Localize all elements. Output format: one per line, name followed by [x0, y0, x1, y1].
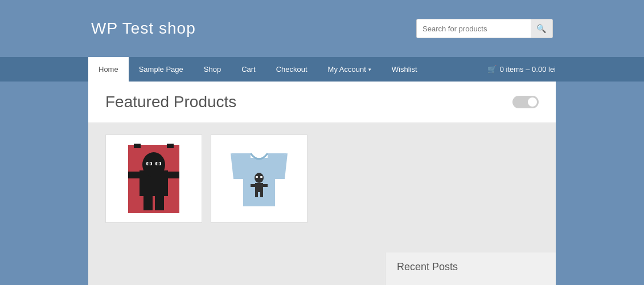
nav-item-cart[interactable]: Cart	[231, 57, 266, 82]
svg-rect-5	[167, 172, 179, 178]
svg-point-10	[157, 162, 160, 165]
content-left	[88, 253, 385, 285]
nav-item-shop[interactable]: Shop	[194, 57, 231, 82]
svg-rect-24	[251, 184, 256, 187]
nav-item-my-account[interactable]: My Account ▾	[318, 57, 382, 82]
svg-rect-11	[134, 144, 141, 148]
products-area	[88, 123, 556, 234]
svg-rect-22	[255, 192, 258, 197]
nav-cart[interactable]: 🛒 0 items – 0.00 lei	[487, 65, 556, 74]
recent-posts-title: Recent Posts	[397, 261, 544, 273]
svg-rect-25	[262, 184, 268, 187]
nav-item-home[interactable]: Home	[88, 57, 129, 82]
toggle-button[interactable]	[512, 96, 539, 108]
svg-rect-21	[255, 183, 263, 192]
svg-rect-20	[260, 176, 262, 178]
svg-rect-4	[128, 172, 141, 178]
search-bar: 🔍	[416, 19, 553, 38]
featured-title: Featured Products	[105, 93, 236, 111]
svg-point-6	[142, 152, 165, 177]
search-button[interactable]: 🔍	[531, 19, 552, 38]
nav-bar: Home Sample Page Shop Cart Checkout My A…	[0, 57, 644, 82]
svg-rect-12	[167, 144, 174, 148]
product-card-2[interactable]	[211, 135, 307, 223]
my-account-chevron-icon: ▾	[368, 67, 371, 72]
svg-point-18	[255, 173, 264, 183]
ninja-poster-svg	[114, 139, 194, 219]
product-image-2	[211, 135, 307, 222]
product-image-1	[106, 135, 202, 222]
cart-count: 0 items – 0.00 lei	[500, 65, 556, 74]
svg-rect-19	[256, 176, 258, 178]
search-input[interactable]	[417, 20, 531, 38]
main-content: Featured Products	[88, 82, 556, 253]
nav-item-sample-page[interactable]: Sample Page	[129, 57, 194, 82]
site-header: WP Test shop 🔍	[0, 0, 644, 57]
nav-item-wishlist[interactable]: Wishlist	[382, 57, 428, 82]
nav-item-checkout[interactable]: Checkout	[266, 57, 318, 82]
svg-point-9	[147, 162, 151, 165]
site-title: WP Test shop	[91, 19, 196, 38]
sidebar-right: Recent Posts	[385, 253, 556, 285]
product-card-1[interactable]	[105, 135, 202, 223]
featured-header: Featured Products	[88, 82, 556, 123]
bottom-section: Recent Posts	[88, 253, 556, 285]
tshirt-svg	[219, 139, 299, 219]
cart-icon: 🛒	[487, 65, 497, 74]
svg-rect-23	[260, 192, 263, 197]
